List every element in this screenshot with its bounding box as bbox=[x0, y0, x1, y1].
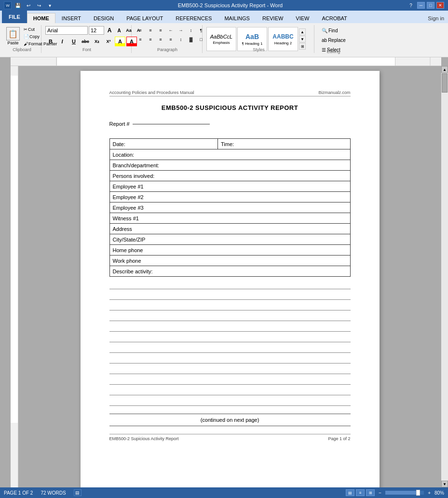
view-web-button[interactable]: ≡ bbox=[356, 489, 365, 496]
clipboard-label: Clipboard bbox=[3, 47, 41, 52]
italic-button[interactable]: I bbox=[57, 37, 68, 46]
scroll-up-button[interactable]: ▲ bbox=[441, 66, 448, 73]
font-size-input[interactable] bbox=[89, 26, 104, 35]
numbering-button[interactable]: ≡ bbox=[146, 26, 155, 35]
activity-line-6 bbox=[109, 332, 351, 342]
customize-quick-access-button[interactable]: ▾ bbox=[45, 1, 54, 10]
maximize-button[interactable]: □ bbox=[427, 2, 434, 9]
tab-view[interactable]: VIEW bbox=[289, 13, 315, 23]
zoom-slider[interactable] bbox=[385, 491, 424, 495]
activity-line-8 bbox=[109, 353, 351, 363]
title-bar-left: W 💾 ↩ ↪ ▾ bbox=[4, 1, 54, 10]
find-button[interactable]: 🔍 Find bbox=[318, 26, 341, 35]
styles-group: AaBbCcL Emphasis AaB ¶ Heading 1 AABBC H… bbox=[204, 25, 314, 53]
page-footer: EMB500-2 Supicious Activity Report Page … bbox=[109, 434, 351, 441]
employee2-row: Employee #2 bbox=[109, 192, 350, 202]
underline-button[interactable]: U bbox=[68, 37, 79, 46]
title-bar: W 💾 ↩ ↪ ▾ EMB500-2 Suspicious Activity R… bbox=[0, 0, 448, 11]
decrease-indent-button[interactable]: ← bbox=[166, 26, 176, 35]
tab-home[interactable]: HOME bbox=[27, 13, 55, 24]
city-cell: City/State/ZIP bbox=[109, 234, 350, 245]
ribbon-tabs: FILE HOME INSERT DESIGN PAGE LAYOUT REFE… bbox=[0, 11, 448, 23]
multilevel-button[interactable]: ≡ bbox=[156, 26, 165, 35]
time-cell: Time: bbox=[218, 139, 350, 149]
word-count: 72 WORDS bbox=[41, 490, 66, 496]
strikethrough-button[interactable]: abc bbox=[80, 37, 91, 46]
activity-line-11 bbox=[109, 385, 351, 395]
shading-button[interactable]: ▓ bbox=[186, 35, 196, 44]
left-margin bbox=[0, 66, 11, 487]
clipboard-group: 📋 Paste ✂ Cut 📄 Copy 🖌 Format Painter Cl… bbox=[3, 25, 41, 53]
align-right-button[interactable]: ≡ bbox=[156, 35, 165, 44]
font-label: Font bbox=[42, 47, 131, 52]
footer-right: Page 1 of 2 bbox=[328, 436, 350, 441]
tab-design[interactable]: DESIGN bbox=[87, 13, 120, 23]
document-area[interactable]: Accounting Policies and Procedures Manua… bbox=[18, 66, 441, 487]
superscript-button[interactable]: X² bbox=[103, 37, 114, 46]
describe-cell: Describe activity: bbox=[109, 266, 350, 277]
bold-button[interactable]: B bbox=[45, 37, 56, 46]
redo-button[interactable]: ↪ bbox=[35, 1, 43, 10]
editing-group: 🔍 Find ab Replace ☰ Select Editing bbox=[315, 25, 352, 55]
page-info: PAGE 1 OF 2 bbox=[4, 490, 33, 496]
highlight-button[interactable]: A bbox=[115, 37, 125, 46]
continued-text: (continued on next page) bbox=[109, 414, 351, 426]
font-name-input[interactable] bbox=[45, 26, 88, 35]
tab-acrobat[interactable]: ACROBAT bbox=[315, 13, 353, 23]
bullets-button[interactable]: ≡ bbox=[136, 26, 145, 35]
footer-left: EMB500-2 Supicious Activity Report bbox=[109, 436, 179, 441]
font-row2: B I U abc X₂ X² A A bbox=[45, 37, 137, 46]
replace-button[interactable]: ab Replace bbox=[318, 36, 349, 44]
persons-cell: Persons involved: bbox=[109, 171, 350, 181]
tab-page-layout[interactable]: PAGE LAYOUT bbox=[120, 13, 169, 23]
styles-scroll-up-button[interactable]: ▲ bbox=[299, 28, 306, 35]
vertical-scrollbar[interactable]: ▲ ▼ bbox=[441, 66, 448, 487]
help-button[interactable]: ? bbox=[407, 1, 415, 10]
paste-button[interactable]: 📋 Paste bbox=[6, 26, 20, 46]
paragraph-row2: ≡ ≡ ≡ ≡ ↕ ▓ □ bbox=[136, 35, 206, 44]
sort-button[interactable]: ↕ bbox=[186, 26, 196, 35]
employee2-cell: Employee #2 bbox=[109, 192, 350, 202]
styles-scroll-down-button[interactable]: ▼ bbox=[299, 36, 306, 42]
tab-insert[interactable]: INSERT bbox=[55, 13, 87, 23]
save-button[interactable]: 💾 bbox=[14, 1, 22, 10]
report-num-label: Report # bbox=[109, 121, 130, 127]
page-header: Accounting Policies and Procedures Manua… bbox=[109, 90, 351, 96]
align-left-button[interactable]: ≡ bbox=[136, 35, 145, 44]
employee1-cell: Employee #1 bbox=[109, 181, 350, 192]
close-button[interactable]: ✕ bbox=[436, 2, 444, 9]
subscript-button[interactable]: X₂ bbox=[92, 37, 102, 46]
font-row1: A A Aa A bbox=[45, 26, 143, 35]
increase-indent-button[interactable]: → bbox=[176, 26, 186, 35]
justify-button[interactable]: ≡ bbox=[166, 35, 176, 44]
view-outline-button[interactable]: ⊞ bbox=[366, 489, 375, 496]
view-print-button[interactable]: ▤ bbox=[346, 489, 354, 496]
change-case-button[interactable]: Aa bbox=[124, 26, 133, 35]
line-spacing-button[interactable]: ↕ bbox=[176, 35, 186, 44]
employee3-cell: Employee #3 bbox=[109, 202, 350, 213]
tab-mailings[interactable]: MAILINGS bbox=[218, 13, 256, 23]
tab-references[interactable]: REFERENCES bbox=[169, 13, 218, 23]
report-num-line bbox=[133, 124, 210, 124]
undo-button[interactable]: ↩ bbox=[24, 1, 33, 10]
persons-row: Persons involved: bbox=[109, 171, 350, 181]
scroll-track[interactable] bbox=[441, 73, 448, 481]
scroll-down-button[interactable]: ▼ bbox=[441, 481, 448, 487]
tab-review[interactable]: REVIEW bbox=[256, 13, 289, 23]
form-table: Date: Time: Location: Branch/department: bbox=[109, 138, 351, 277]
zoom-minus[interactable]: − bbox=[379, 490, 381, 496]
minimize-button[interactable]: ─ bbox=[417, 2, 425, 9]
grow-font-button[interactable]: A bbox=[105, 26, 114, 35]
scroll-thumb[interactable] bbox=[442, 73, 448, 93]
zoom-plus[interactable]: + bbox=[428, 490, 431, 496]
location-cell: Location: bbox=[109, 149, 350, 160]
page-view-icon[interactable]: ▤ bbox=[74, 489, 81, 496]
sign-in-link[interactable]: Sign in bbox=[424, 13, 448, 23]
paragraph-group: ≡ ≡ ≡ ← → ↕ ¶ ≡ ≡ ≡ ≡ ↕ ▓ □ Paragraph bbox=[133, 25, 203, 53]
tab-file[interactable]: FILE bbox=[2, 11, 27, 23]
center-button[interactable]: ≡ bbox=[146, 35, 155, 44]
address-row: Address bbox=[109, 224, 350, 234]
shrink-font-button[interactable]: A bbox=[115, 26, 123, 35]
zoom-thumb[interactable] bbox=[416, 490, 420, 496]
main-area: Accounting Policies and Procedures Manua… bbox=[0, 66, 448, 487]
